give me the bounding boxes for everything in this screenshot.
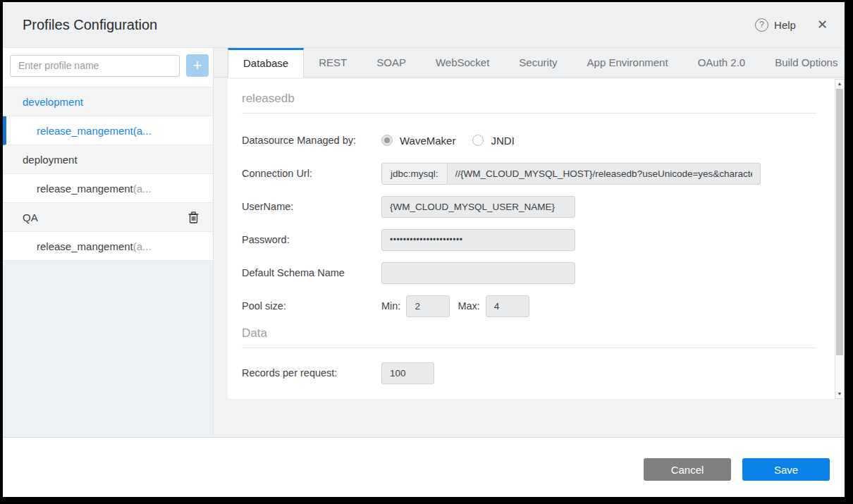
tab-websocket[interactable]: WebSocket [421,48,504,77]
config-tabbar: Database REST SOAP WebSocket Security Ap… [214,48,845,78]
trash-icon[interactable] [188,211,199,223]
sidebar-item-release-mangement-deploy[interactable]: release_mangement (a... [3,174,213,203]
schema-label: Default Schema Name [242,267,381,278]
pool-max-label: Max: [458,300,479,312]
connection-url-prefix: jdbc:mysql: [381,163,448,185]
profile-name-input[interactable] [10,55,180,77]
pool-min-input[interactable] [406,295,450,317]
password-input[interactable] [381,229,575,251]
cancel-button[interactable]: Cancel [644,458,731,481]
scroll-up-arrow[interactable]: ▲ [835,80,844,88]
tab-security[interactable]: Security [504,48,572,77]
connection-url-input[interactable] [448,163,761,185]
tab-app-environment[interactable]: App Environment [572,48,683,77]
dialog-title: Profiles Configuration [23,17,157,33]
help-icon: ? [755,18,768,32]
profile-list: development release_mangement (a... depl… [3,87,213,261]
radio-wavemaker-label: WaveMaker [400,135,455,147]
records-per-request-input[interactable] [381,362,434,384]
pool-min-label: Min: [381,300,400,312]
dialog-header: Profiles Configuration ? Help ✕ [3,2,845,48]
profile-content: Database REST SOAP WebSocket Security Ap… [214,48,845,437]
sidebar-item-deployment[interactable]: deployment [3,145,213,174]
username-input[interactable] [381,196,575,218]
data-section-title: Data [242,317,816,348]
datasource-label: Datasource Managed by: [242,135,381,146]
plus-icon: + [193,56,202,74]
tab-oauth[interactable]: OAuth 2.0 [683,48,761,77]
add-profile-button[interactable]: + [186,54,209,77]
close-icon[interactable]: ✕ [817,18,828,31]
radio-wavemaker[interactable] [381,135,393,146]
profiles-sidebar: + development release_mangement (a... de… [3,48,214,437]
tab-build-options[interactable]: Build Options [760,48,852,77]
sidebar-empty-area [3,261,213,437]
help-label: Help [774,19,796,31]
db-section-title: releasedb [242,79,816,113]
username-label: UserName: [242,201,381,212]
sidebar-item-release-mangement-dev[interactable]: release_mangement (a... [3,116,213,145]
save-button[interactable]: Save [742,458,830,481]
radio-jndi-label: JNDI [491,135,514,147]
scroll-down-arrow[interactable]: ▼ [835,390,844,398]
sidebar-item-development[interactable]: development [3,87,213,116]
sidebar-item-qa[interactable]: QA [3,203,213,232]
vertical-scrollbar[interactable]: ▲ ▼ [835,79,845,399]
tab-database[interactable]: Database [228,48,304,78]
radio-jndi[interactable] [472,135,484,146]
dialog-footer: Cancel Save [3,437,845,497]
pool-size-label: Pool size: [242,300,381,312]
profiles-configuration-dialog: Profiles Configuration ? Help ✕ + develo… [3,2,845,497]
sidebar-item-release-mangement-qa[interactable]: release_mangement (a... [3,232,213,261]
scrollbar-thumb[interactable] [836,89,843,355]
help-button[interactable]: ? Help [755,18,796,32]
schema-input[interactable] [381,262,575,284]
connection-url-label: Connection Url: [242,168,381,179]
database-settings-panel: releasedb Datasource Managed by: WaveMak… [228,79,845,399]
tab-rest[interactable]: REST [304,48,362,77]
password-label: Password: [242,234,381,245]
tab-soap[interactable]: SOAP [362,48,421,77]
pool-max-input[interactable] [486,295,529,317]
records-per-request-label: Records per request: [242,367,381,379]
